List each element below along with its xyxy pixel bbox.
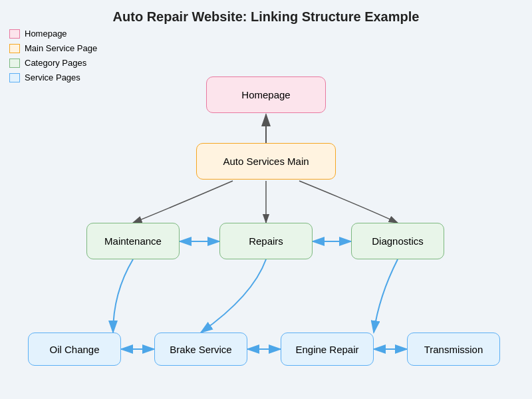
page-title: Auto Repair Website: Linking Structure E…	[0, 0, 532, 30]
node-brake: Brake Service	[154, 332, 247, 366]
transmission-label: Transmission	[424, 344, 483, 355]
diagnostics-label: Diagnostics	[372, 235, 424, 247]
homepage-label: Homepage	[241, 89, 290, 100]
node-engine: Engine Repair	[281, 332, 374, 366]
oilchange-label: Oil Change	[49, 344, 99, 355]
node-diagnostics: Diagnostics	[351, 223, 444, 259]
node-oilchange: Oil Change	[28, 332, 121, 366]
maintenance-label: Maintenance	[104, 235, 162, 247]
node-transmission: Transmission	[407, 332, 500, 366]
repairs-label: Repairs	[249, 235, 283, 247]
node-homepage: Homepage	[206, 76, 326, 113]
node-main: Auto Services Main	[196, 143, 336, 180]
brake-label: Brake Service	[170, 344, 231, 355]
node-maintenance: Maintenance	[86, 223, 180, 259]
main-label: Auto Services Main	[223, 156, 309, 167]
node-repairs: Repairs	[219, 223, 313, 259]
engine-label: Engine Repair	[295, 344, 358, 355]
diagram: Homepage Auto Services Main Maintenance …	[0, 33, 532, 399]
